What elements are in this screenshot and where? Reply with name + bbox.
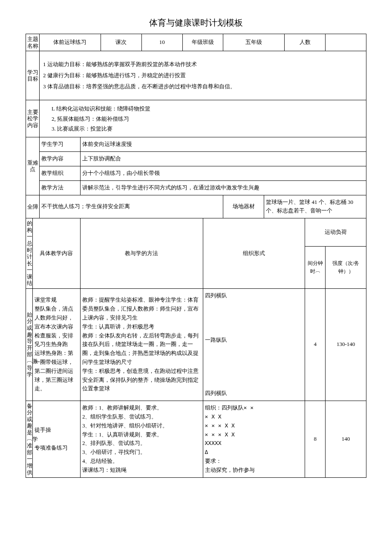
goal-line-1: 1 运动能力目标：能够熟练的掌握双手跑前投篮的基本动作技术 (43, 59, 363, 70)
org-col-label: 组织形式 (203, 218, 305, 289)
grade-label: 年级班级 (182, 34, 223, 51)
phase-1: 备分或趣是︹学准部一增供 (26, 401, 33, 478)
content-0: 课堂常规 整队集合，清点人数师生问好，宣布本次课内容检查服装，安排见习生热身跑 … (33, 289, 81, 401)
diff-v-1: 上下肢协调配合 (80, 152, 366, 166)
count-label: 人数 (285, 34, 326, 51)
equip-label: 场地器材 (223, 195, 264, 218)
diff-v-2: 分十个小组练习，由小组长带领 (80, 166, 366, 180)
difficulty-row-0: 重难点 学生学习 体前变向运球速度慢 (26, 137, 366, 152)
lesson-plan-table: 主题名称 体前运球练习 课次 10 年级班级 五年级 人数 学习目标 1 运动能… (26, 34, 366, 478)
main-content-3: 3. 比赛或展示：投篮比赛 (52, 124, 363, 134)
diff-v-3: 讲解示范法，引导学生进行不同方式的练习，在通过游戏中激发学生兴趣 (80, 180, 366, 195)
header-row: 主题名称 体前运球练习 课次 10 年级班级 五年级 人数 (26, 34, 366, 51)
grade-value: 五年级 (223, 34, 285, 51)
goals-row: 学习目标 1 运动能力目标：能够熟练的掌握双手跑前投篮的基本动作技术 2 健康行… (26, 51, 366, 100)
difficulty-row-1: 教学内容 上下肢协调配合 (26, 152, 366, 166)
diff-k-1: 教学内容 (40, 152, 81, 166)
goals-cell: 1 运动能力目标：能够熟练的掌握双手跑前投篮的基本动作技术 2 健康行为目标：能… (40, 51, 366, 100)
method-0: 教师：提醒学生站姿标准、眼神专注学生：体育委员整队集合，汇报人数教师：师生问好，… (80, 289, 203, 401)
equip-value: 篮球场一片、篮球 41 个、标志桶 30 个、标志盘若干、音响一个 (264, 195, 366, 218)
time-col-label: 间分钟时︹ (305, 246, 326, 289)
main-content-label: 主要松学内容 (26, 100, 40, 137)
main-content-2: 2, 拓展体能练习：体能补偿练习 (52, 114, 363, 124)
diff-k-3: 教学方法 (40, 180, 81, 195)
time-1: 8 (305, 401, 326, 478)
schedule-row-0: 始分或趣导，开部︹激导学 课堂常规 整队集合，清点人数师生问好，宣布本次课内容检… (26, 289, 366, 401)
intensity-0: 130-140 (326, 289, 366, 401)
goals-label: 学习目标 (26, 51, 40, 100)
session-value: 10 (141, 34, 182, 51)
difficulty-label: 重难点 (26, 137, 40, 195)
topic-label: 主题名称 (26, 34, 40, 51)
difficulty-row-2: 教学组织 分十个小组练习，由小组长带领 (26, 166, 366, 180)
phase-0: 始分或趣导，开部︹激导学 (26, 289, 33, 401)
content-col-label: 具体教学内容 (33, 218, 81, 289)
content-1: 徒手操 专项准备练习 (33, 401, 81, 478)
schedule-row-1: 备分或趣是︹学准部一增供 徒手操 专项准备练习 教师：1、教师讲解规则、要求。 … (26, 401, 366, 478)
method-1: 教师：1、教师讲解规则、要求。 2、组织学生队形、尝试练习。 3、针对性地讲评、… (80, 401, 203, 478)
topic-value: 体前运球练习 (40, 34, 101, 51)
diff-k-0: 学生学习 (40, 137, 81, 152)
difficulty-row-3: 教学方法 讲解示范法，引导学生进行不同方式的练习，在通过游戏中激发学生兴趣 (26, 180, 366, 195)
method-col-label: 教与学的方法 (80, 218, 203, 289)
safety-row: 全障 不干扰他人练习；学生保持安全距离 场地器材 篮球场一片、篮球 41 个、标… (26, 195, 366, 218)
main-content-row: 主要松学内容 L 结构化运动知识和技能：绕障碍物投篮 2, 拓展体能练习：体能补… (26, 100, 366, 137)
structure-label: 的构一总时计长一课结 (26, 218, 33, 289)
org-1: 组织：四列纵队× × × X X × × × X X × × × X X XXX… (203, 401, 305, 478)
schedule-header-row-1: 的构一总时计长一课结 具体教学内容 教与学的方法 组织形式 运动负荷 (26, 218, 366, 246)
page-title: 体育与健康课时计划模板 (26, 17, 366, 29)
main-content-1: L 结构化运动知识和技能：绕障碍物投篮 (52, 104, 363, 113)
safety-label: 全障 (26, 195, 40, 218)
intensity-1: 140 (326, 401, 366, 478)
session-label: 课次 (101, 34, 141, 51)
diff-k-2: 教学组织 (40, 166, 81, 180)
main-content-cell: L 结构化运动知识和技能：绕障碍物投篮 2, 拓展体能练习：体能补偿练习 3. … (40, 100, 366, 137)
time-0: 4 (305, 289, 326, 401)
intensity-col-label: 强度（次/务钟）） (326, 246, 366, 289)
goal-line-2: 2 健康行为目标：能够熟练地进行练习，并稳定的进行投置 (43, 70, 363, 81)
org-0: 四列横队 一路纵队 四列横队 (203, 289, 305, 401)
goal-line-3: 3 体育品德目标：培养坚强的意志品质，在不断进步的过程中培养自尊和自信。 (43, 81, 363, 92)
count-value (326, 34, 366, 51)
safety-value: 不干扰他人练习；学生保持安全距离 (40, 195, 223, 218)
diff-v-0: 体前变向运球速度慢 (80, 137, 366, 152)
load-col-label: 运动负荷 (305, 218, 366, 246)
